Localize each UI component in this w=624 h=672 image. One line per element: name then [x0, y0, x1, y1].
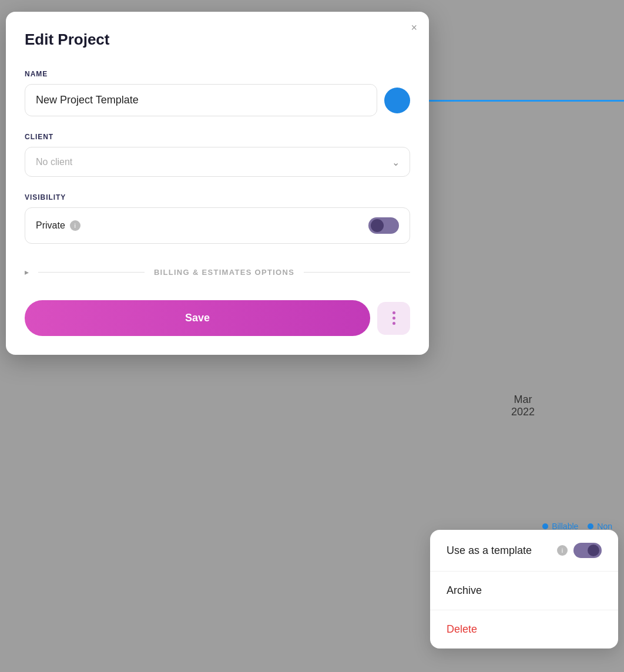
save-button[interactable]: Save	[25, 300, 370, 336]
billing-section[interactable]: ▸ BILLING & ESTIMATES OPTIONS	[25, 267, 410, 277]
toggle-thumb	[371, 219, 384, 232]
dot-3	[392, 322, 395, 325]
delete-item-label: Delete	[447, 623, 477, 636]
close-button[interactable]: ×	[411, 22, 417, 33]
client-select-wrapper: No client ⌄	[25, 147, 410, 177]
modal-footer: Save	[25, 300, 410, 336]
billing-line-left	[38, 272, 145, 273]
modal-title: Edit Project	[25, 31, 410, 49]
name-label: NAME	[25, 70, 410, 78]
visibility-section: VISIBILITY Private i	[25, 193, 410, 244]
visibility-box: Private i	[25, 207, 410, 244]
use-as-template-item[interactable]: Use as a template i	[430, 530, 618, 572]
more-options-dropdown: Use as a template i Archive Delete	[430, 530, 618, 649]
private-label: Private	[36, 220, 65, 231]
visibility-left: Private i	[36, 220, 80, 231]
dot-1	[392, 311, 395, 314]
client-section: CLIENT No client ⌄	[25, 133, 410, 177]
project-name-input[interactable]	[25, 84, 377, 116]
visibility-info-icon[interactable]: i	[70, 220, 80, 231]
template-item-label: Use as a template	[447, 545, 532, 557]
template-toggle[interactable]	[573, 543, 602, 558]
dot-2	[392, 317, 395, 320]
more-options-button[interactable]	[377, 302, 410, 335]
edit-project-modal: × Edit Project NAME CLIENT No client ⌄ V…	[6, 12, 429, 355]
color-picker-button[interactable]	[384, 88, 410, 113]
delete-item[interactable]: Delete	[430, 610, 618, 649]
billing-line-right	[304, 272, 410, 273]
client-label: CLIENT	[25, 133, 410, 141]
template-toggle-thumb	[588, 545, 599, 556]
chevron-right-icon: ▸	[25, 267, 29, 277]
template-info-icon[interactable]: i	[557, 545, 568, 556]
dots-icon	[392, 311, 395, 325]
toggle-track	[368, 217, 399, 234]
name-field-row	[25, 84, 410, 116]
client-select[interactable]: No client	[25, 147, 410, 177]
archive-item[interactable]: Archive	[430, 572, 618, 610]
template-right: i	[557, 543, 602, 558]
archive-item-label: Archive	[447, 584, 482, 597]
billing-label: BILLING & ESTIMATES OPTIONS	[154, 268, 294, 277]
visibility-toggle[interactable]	[368, 217, 399, 234]
visibility-label: VISIBILITY	[25, 193, 410, 201]
